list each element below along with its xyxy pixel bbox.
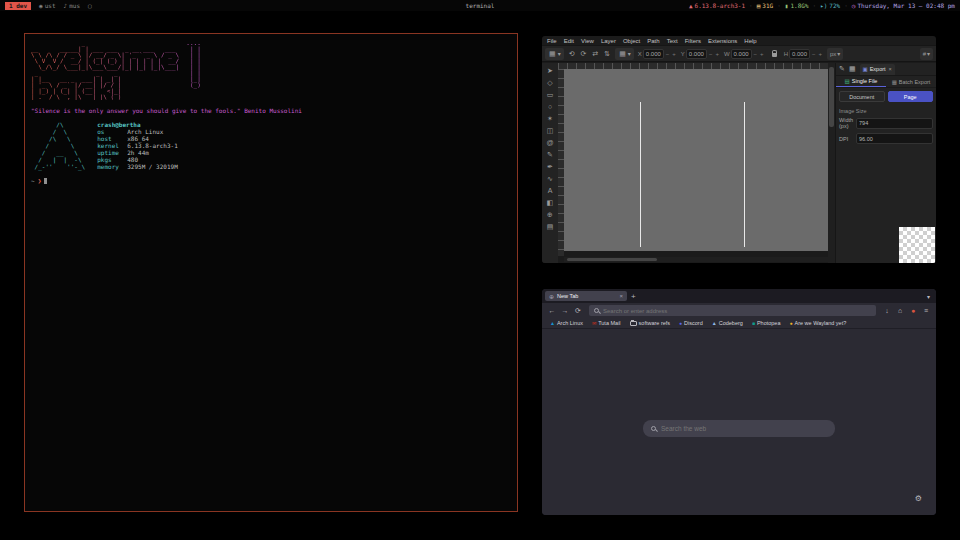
menu-help[interactable]: Help xyxy=(744,38,756,44)
bookmark-discord[interactable]: ● Discord xyxy=(679,320,703,326)
menu-edit[interactable]: Edit xyxy=(564,38,574,44)
scrollbar-thumb[interactable] xyxy=(567,258,657,261)
url-input[interactable] xyxy=(603,308,871,314)
fill-stroke-icon[interactable]: ✎ xyxy=(839,65,845,73)
page-button[interactable]: Page xyxy=(888,91,934,102)
menu-file[interactable]: File xyxy=(547,38,557,44)
status-bar: 1 dev ◉ ust ♪ mus ▢ terminal ▲ 6.13.8-ar… xyxy=(0,0,960,11)
tab-single-file[interactable]: ▤ Single File xyxy=(836,76,886,87)
grid-icon: ▦ xyxy=(548,50,557,58)
menu-view[interactable]: View xyxy=(581,38,594,44)
snap-controls-button[interactable]: # ▾ xyxy=(920,48,933,60)
calligraphy-tool-icon[interactable]: ∿ xyxy=(544,174,556,183)
reload-button[interactable]: ⟳ xyxy=(573,307,583,315)
align-dropdown[interactable]: ▦ ▾ xyxy=(615,48,634,60)
decrement-button[interactable]: − xyxy=(811,51,817,57)
page-border-left xyxy=(640,102,641,247)
tab-batch-export[interactable]: ▦ Batch Export xyxy=(886,76,936,87)
workspace-dev[interactable]: 1 dev xyxy=(5,2,31,10)
gradient-tool-icon[interactable]: ◧ xyxy=(544,198,556,207)
workspace-mus[interactable]: ♪ mus xyxy=(64,3,80,9)
codeberg-icon: ▲ xyxy=(712,320,717,326)
terminal-window[interactable]: _ .... __ _____| | ___ ___ _ __ ___ ___ … xyxy=(24,33,518,512)
horizontal-scrollbar[interactable] xyxy=(564,257,828,262)
x-input[interactable]: 0.000 xyxy=(643,49,664,59)
list-tabs-chevron-icon[interactable]: ▾ xyxy=(927,293,933,300)
flip-horizontal-icon[interactable]: ⇄ xyxy=(591,50,599,58)
export-dpi-input[interactable] xyxy=(856,133,933,144)
menu-extensions[interactable]: Extensions xyxy=(708,38,737,44)
increment-button[interactable]: + xyxy=(671,51,677,57)
bookmark-folder-software-refs[interactable]: software refs xyxy=(630,320,670,326)
canvas[interactable] xyxy=(564,69,828,251)
rotate-ccw-icon[interactable]: ⟲ xyxy=(568,50,576,58)
ellipse-tool-icon[interactable]: ○ xyxy=(544,102,556,111)
pages-tool-icon[interactable]: ▤ xyxy=(544,222,556,231)
zoom-tool-icon[interactable]: ⊕ xyxy=(544,210,556,219)
separator: · xyxy=(844,3,848,9)
new-tab-button[interactable]: + xyxy=(631,292,636,301)
lock-aspect-icon[interactable] xyxy=(772,53,777,57)
bookmark-codeberg[interactable]: ▲ Codeberg xyxy=(712,320,743,326)
export-dialog-tab[interactable]: ▣ Export × xyxy=(860,64,895,75)
forward-button[interactable]: → xyxy=(560,307,570,314)
browser-tab[interactable]: ⊕ New Tab × xyxy=(545,291,627,301)
close-icon[interactable]: × xyxy=(889,66,892,72)
vertical-scrollbar[interactable] xyxy=(828,63,835,263)
selector-mode-dropdown[interactable]: ▦ ▾ xyxy=(545,48,564,60)
workspace-list: 1 dev ◉ ust ♪ mus ▢ xyxy=(5,2,92,10)
node-tool-icon[interactable]: ◇ xyxy=(544,78,556,87)
datetime: Thursday, Mar 13 — 02:48 pm xyxy=(857,3,955,9)
menu-path[interactable]: Path xyxy=(647,38,659,44)
export-mode-tabs: ▤ Single File ▦ Batch Export xyxy=(836,76,936,88)
url-bar[interactable] xyxy=(589,305,876,316)
increment-button[interactable]: + xyxy=(714,51,720,57)
bookmark-tuta-mail[interactable]: ✉ Tuta Mail xyxy=(592,320,621,326)
decrement-button[interactable]: − xyxy=(665,51,671,57)
export-width-input[interactable] xyxy=(856,118,933,129)
web-search-input[interactable] xyxy=(661,425,827,432)
folder-icon xyxy=(630,321,637,326)
pencil-tool-icon[interactable]: ✎ xyxy=(544,150,556,159)
arch-icon: ▲ xyxy=(689,3,693,9)
menu-filters[interactable]: Filters xyxy=(685,38,701,44)
menu-layer[interactable]: Layer xyxy=(601,38,616,44)
separator: · xyxy=(813,3,817,9)
bookmark-are-we-wayland-yet[interactable]: ● Are we Wayland yet? xyxy=(789,320,846,326)
menu-hamburger-icon[interactable]: ≡ xyxy=(921,307,931,314)
home-icon[interactable]: ⌂ xyxy=(895,307,905,314)
scrollbar-thumb[interactable] xyxy=(829,67,834,127)
decrement-button[interactable]: − xyxy=(753,51,759,57)
increment-button[interactable]: + xyxy=(759,51,765,57)
units-dropdown[interactable]: px ▾ xyxy=(827,48,843,60)
swatches-icon[interactable]: ▦ xyxy=(849,65,856,73)
decrement-button[interactable]: − xyxy=(708,51,714,57)
bookmark-photopea[interactable]: ■ Photopea xyxy=(752,320,781,326)
menu-object[interactable]: Object xyxy=(623,38,640,44)
y-input[interactable]: 0.000 xyxy=(686,49,707,59)
workspace-empty[interactable]: ▢ xyxy=(88,3,92,9)
web-search-box[interactable] xyxy=(643,420,835,437)
flip-vertical-icon[interactable]: ⇅ xyxy=(603,50,611,58)
downloads-icon[interactable]: ↓ xyxy=(882,307,892,314)
workspace-ust[interactable]: ◉ ust xyxy=(39,3,55,9)
shell-prompt[interactable]: ~ ❯ xyxy=(31,177,511,184)
back-button[interactable]: ← xyxy=(547,307,557,314)
rectangle-tool-icon[interactable]: ▭ xyxy=(544,90,556,99)
star-tool-icon[interactable]: ✶ xyxy=(544,114,556,123)
spiral-tool-icon[interactable]: @ xyxy=(544,138,556,147)
profile-icon[interactable]: ● xyxy=(908,307,918,314)
box3d-tool-icon[interactable]: ◫ xyxy=(544,126,556,135)
selector-tool-icon[interactable]: ➤ xyxy=(544,66,556,75)
document-button[interactable]: Document xyxy=(839,91,885,102)
width-input[interactable]: 0.000 xyxy=(731,49,752,59)
rotate-cw-icon[interactable]: ⟳ xyxy=(580,50,588,58)
pen-tool-icon[interactable]: ✒ xyxy=(544,162,556,171)
menu-text[interactable]: Text xyxy=(667,38,678,44)
text-tool-icon[interactable]: A xyxy=(544,186,556,195)
close-icon[interactable]: × xyxy=(619,293,623,299)
increment-button[interactable]: + xyxy=(818,51,824,57)
gear-icon[interactable]: ⚙ xyxy=(915,494,922,503)
bookmark-arch-linux[interactable]: ▲ Arch Linux xyxy=(550,320,583,326)
height-input[interactable]: 0.000 xyxy=(789,49,810,59)
